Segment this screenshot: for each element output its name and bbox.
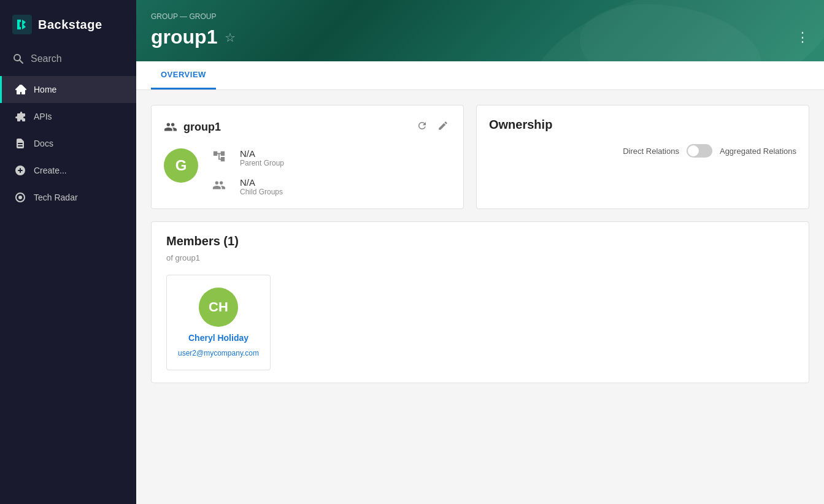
home-icon: [14, 83, 26, 96]
member-cards-list: CH Cheryl Holiday user2@mycompany.com: [166, 275, 794, 370]
sidebar-item-home[interactable]: Home: [0, 76, 136, 103]
members-card: Members (1) of group1 CH Cheryl Holiday …: [151, 221, 809, 383]
relations-toggle[interactable]: [687, 144, 712, 158]
header-title-row: group1 ☆ ⋮: [151, 26, 809, 58]
page-title: group1 ☆: [151, 26, 236, 48]
plus-circle-icon: [14, 164, 26, 177]
sidebar-nav: Home APIs Docs: [0, 76, 136, 504]
sidebar-item-create-label: Create...: [34, 166, 67, 175]
sidebar-item-apis[interactable]: APIs: [0, 103, 136, 130]
refresh-icon: [417, 120, 428, 131]
group-name: group1: [183, 121, 221, 134]
edit-icon: [437, 120, 449, 131]
child-groups-label: Child Groups: [240, 188, 283, 196]
parent-group-info: N/A Parent Group: [240, 148, 284, 167]
group-card-actions: [414, 118, 451, 136]
group-card-title: group1: [164, 120, 221, 134]
header-banner: GROUP — GROUP group1 ☆ ⋮: [136, 0, 824, 61]
tabs-bar: OVERVIEW: [136, 61, 824, 90]
search-button[interactable]: Search: [0, 47, 136, 71]
search-icon: [12, 53, 25, 65]
more-options-button[interactable]: ⋮: [796, 29, 809, 45]
relations-toggle-row: Direct Relations Aggregated Relations: [489, 144, 796, 158]
sidebar-item-apis-label: APIs: [34, 112, 52, 121]
direct-relations-label: Direct Relations: [623, 147, 679, 156]
document-icon: [14, 137, 26, 150]
sidebar-item-docs[interactable]: Docs: [0, 130, 136, 157]
member-card-0[interactable]: CH Cheryl Holiday user2@mycompany.com: [166, 275, 271, 370]
child-groups-info: N/A Child Groups: [240, 177, 283, 196]
sidebar-logo[interactable]: Backstage: [0, 0, 136, 47]
puzzle-icon: [14, 110, 26, 123]
members-title: Members (1): [166, 234, 794, 248]
group-card-header: group1: [164, 118, 451, 136]
parent-group-icon: [210, 150, 228, 166]
member-avatar-0: CH: [199, 288, 238, 327]
member-name-0: Cheryl Holiday: [188, 333, 248, 343]
ownership-title: Ownership: [489, 118, 796, 132]
aggregated-relations-label: Aggregated Relations: [720, 147, 796, 156]
parent-group-value: N/A: [240, 148, 284, 159]
page-title-text: group1: [151, 26, 217, 48]
members-subtitle: of group1: [166, 253, 794, 262]
favorite-button[interactable]: ☆: [225, 30, 236, 45]
parent-group-label: Parent Group: [240, 159, 284, 167]
backstage-logo-icon: [12, 15, 32, 34]
sidebar-item-docs-label: Docs: [34, 139, 53, 148]
sidebar-item-create[interactable]: Create...: [0, 157, 136, 184]
child-groups-row: N/A Child Groups: [210, 177, 284, 196]
top-row: group1: [151, 105, 809, 209]
sidebar-item-tech-radar[interactable]: Tech Radar: [0, 184, 136, 211]
group-avatar: G: [164, 148, 198, 183]
child-groups-value: N/A: [240, 177, 283, 188]
content-area: group1: [136, 90, 824, 504]
sidebar-item-tech-radar-label: Tech Radar: [34, 193, 78, 202]
main-content: GROUP — GROUP group1 ☆ ⋮ OVERVIEW: [136, 0, 824, 504]
search-label: Search: [31, 53, 62, 64]
group-info-rows: N/A Parent Group N/A: [210, 148, 284, 196]
group-info-card: group1: [151, 105, 464, 209]
group-title-icon: [164, 120, 177, 134]
ownership-card: Ownership Direct Relations Aggregated Re…: [476, 105, 809, 209]
radar-icon: [14, 191, 26, 204]
edit-button[interactable]: [435, 118, 451, 136]
member-email-0: user2@mycompany.com: [178, 349, 259, 357]
sidebar: Backstage Search Home APIs: [0, 0, 136, 504]
refresh-button[interactable]: [414, 118, 430, 136]
parent-group-row: N/A Parent Group: [210, 148, 284, 167]
tab-overview[interactable]: OVERVIEW: [151, 61, 216, 90]
sidebar-item-home-label: Home: [34, 85, 56, 94]
breadcrumb: GROUP — GROUP: [151, 12, 809, 21]
sidebar-logo-text: Backstage: [38, 18, 102, 32]
child-groups-icon: [210, 178, 228, 195]
group-card-body: G N/A Parent Group: [164, 148, 451, 196]
